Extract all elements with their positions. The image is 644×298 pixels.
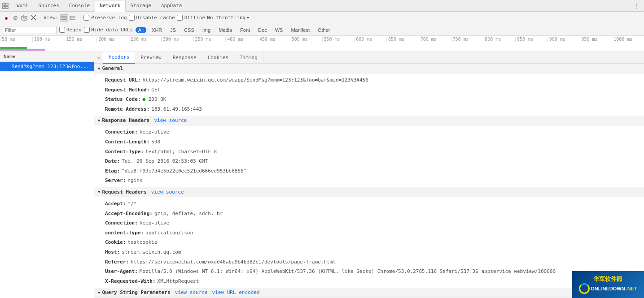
timeline-tick: 50 ms [0, 37, 32, 42]
timeline-tick: 150 ms [65, 37, 97, 42]
filter-all-button[interactable]: All [136, 27, 146, 33]
general-section-body: Request URL: https://stream.weixin.qq.co… [94, 73, 644, 116]
request-url-key: Request URL: [105, 76, 140, 84]
filter-input[interactable] [3, 26, 57, 34]
svg-rect-6 [23, 15, 24, 16]
hide-data-urls-checkbox-label[interactable]: Hide data URLs [84, 27, 133, 33]
tab-preview[interactable]: Preview [135, 52, 167, 64]
response-headers-triangle: ▼ [98, 118, 100, 123]
details-panel: ✕ Headers Preview Response Cookies Timin… [94, 52, 644, 298]
clear-button[interactable] [30, 14, 37, 22]
filter-img-button[interactable]: Img [200, 27, 213, 33]
timeline-tick: 700 ms [419, 37, 451, 42]
regex-label: Regex [66, 27, 81, 33]
response-header-key: Server: [105, 177, 126, 185]
response-header-val: Tue, 20 Sep 2016 02:53:03 GMT [122, 157, 208, 165]
filter-xhr-button[interactable]: XHR [149, 27, 165, 33]
request-url-row: Request URL: https://stream.weixin.qq.co… [94, 75, 644, 85]
general-section-header[interactable]: ▼ General [94, 64, 644, 73]
response-headers-section-header[interactable]: ▼ Response Headers view source [94, 116, 644, 125]
tab-headers[interactable]: Headers [103, 52, 135, 64]
timeline-tick: 350 ms [193, 37, 226, 42]
tab-console[interactable]: Console [64, 0, 95, 12]
request-header-row: X-Requested-With:XMLHttpRequest [94, 276, 644, 286]
filter-ws-button[interactable]: WS [272, 27, 286, 33]
tab-storage[interactable]: Storage [126, 0, 156, 12]
details-content: ▼ General Request URL: https://stream.we… [94, 64, 644, 298]
screenshot-button[interactable] [21, 14, 28, 22]
record-button[interactable]: ● [3, 14, 10, 22]
request-header-key: X-Requested-With: [105, 277, 156, 285]
response-headers-view-source[interactable]: view source [154, 117, 187, 123]
request-header-row: Referer:https://servicewechat.com/wxdd46… [94, 257, 644, 267]
filter-media-button[interactable]: Media [216, 27, 235, 33]
stop-button[interactable]: ⊘ [12, 14, 19, 22]
status-dot: ● [142, 95, 148, 104]
timeline-tick: 750 ms [451, 37, 483, 42]
response-header-key: Date: [105, 157, 120, 165]
timeline-tick: 550 ms [322, 37, 355, 42]
response-header-row: Date:Tue, 20 Sep 2016 02:53:03 GMT [94, 156, 644, 166]
request-header-row: content-type:application/json [94, 228, 644, 238]
query-string-view-url-encoded[interactable]: view URL encoded [212, 289, 260, 295]
timeline-tick: 200 ms [96, 37, 129, 42]
request-header-val: */* [127, 200, 136, 208]
request-header-val: stream.weixin.qq.com [122, 248, 181, 256]
filter-css-button[interactable]: CSS [181, 27, 197, 33]
request-method-val: GET [151, 86, 160, 94]
request-list-header: Name [0, 52, 94, 62]
request-header-val: gzip, deflate, sdch, br [154, 210, 223, 218]
response-header-key: Etag: [105, 167, 120, 175]
request-headers-section-header[interactable]: ▼ Request Headers view source [94, 187, 644, 197]
watermark: 华军软件园 ONLINEDOWN .NET [572, 271, 644, 298]
tab-response[interactable]: Response [167, 52, 202, 64]
disable-cache-checkbox[interactable] [129, 15, 135, 21]
regex-checkbox[interactable] [59, 27, 65, 33]
filter-font-button[interactable]: Font [237, 27, 253, 33]
filter-other-button[interactable]: Other [315, 27, 333, 33]
filter-js-button[interactable]: JS [167, 27, 179, 33]
regex-checkbox-label[interactable]: Regex [59, 27, 81, 33]
timeline-tick: 600 ms [354, 37, 386, 42]
tab-wxml[interactable]: Wxml [12, 0, 34, 12]
offline-checkbox-label[interactable]: Offline [177, 15, 205, 21]
filter-doc-button[interactable]: Doc [255, 27, 270, 33]
query-string-view-source[interactable]: view source [175, 289, 208, 295]
timeline-bar [0, 47, 644, 50]
request-header-row: Cookie:testcookie [94, 238, 644, 247]
request-header-key: Accept: [105, 200, 126, 208]
status-code-row: Status Code: ● 200 OK [94, 95, 644, 104]
throttle-select[interactable]: No throttling ▾ [207, 15, 250, 21]
request-headers-title: Request Headers [102, 189, 146, 195]
tab-bar: Wxml Sources Console Network Storage App… [0, 0, 644, 12]
timeline-tick: 100 ms [32, 37, 65, 42]
disable-cache-checkbox-label[interactable]: Disable cache [129, 15, 175, 21]
query-string-section-header[interactable]: ▼ Query String Parameters view source vi… [94, 288, 644, 298]
more-menu-button[interactable]: ⋮ [631, 2, 642, 9]
tab-cookies[interactable]: Cookies [202, 52, 234, 64]
tree-view-icon[interactable] [69, 14, 77, 22]
preserve-log-checkbox[interactable] [83, 15, 89, 21]
request-item[interactable]: SendMsg?mmm=123:123&foo... [0, 62, 94, 72]
request-headers-view-source[interactable]: view source [151, 189, 184, 195]
tab-network[interactable]: Network [95, 0, 125, 12]
response-headers-title: Response Headers [102, 117, 149, 123]
request-header-row: Accept-Encoding:gzip, deflate, sdch, br [94, 209, 644, 219]
preserve-log-checkbox-label[interactable]: Preserve log [83, 15, 127, 21]
tab-sources[interactable]: Sources [34, 0, 64, 12]
response-header-val: keep-alive [140, 128, 169, 136]
tab-timing[interactable]: Timing [234, 52, 263, 64]
tab-appdata[interactable]: AppData [156, 0, 187, 12]
list-view-icon[interactable] [60, 14, 68, 22]
close-details-button[interactable]: ✕ [94, 52, 103, 64]
response-header-row: Etag:"dea8ff99e7d4e5b22c0ec521ed666ed953… [94, 166, 644, 176]
offline-checkbox[interactable] [177, 15, 183, 21]
devtools-icon[interactable] [2, 2, 9, 9]
svg-rect-3 [6, 6, 8, 9]
request-header-key: Connection: [105, 219, 138, 227]
status-code-key: Status Code: [105, 95, 140, 104]
timeline-tick: 850 ms [515, 37, 548, 42]
filter-manifest-button[interactable]: Manifest [288, 27, 312, 33]
hide-data-urls-checkbox[interactable] [84, 27, 90, 33]
response-header-key: Connection: [105, 128, 138, 136]
